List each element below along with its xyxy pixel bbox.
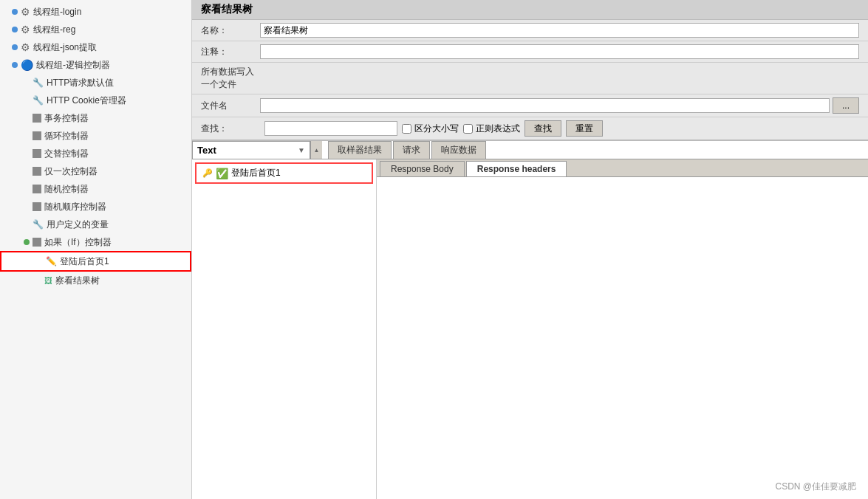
tab-sampler-result[interactable]: 取样器结果	[328, 141, 392, 159]
list-item[interactable]: 🔑 ✅ 登陆后首页1	[195, 162, 373, 184]
dot-blue-icon	[12, 44, 18, 50]
regex-label[interactable]: 正则表达式	[463, 123, 520, 135]
sidebar-item-login-home[interactable]: ✏️ 登陆后首页1	[0, 251, 191, 272]
square-icon	[33, 149, 41, 158]
sidebar-item-label: 随机控制器	[44, 182, 89, 196]
sidebar-item-thread-logic[interactable]: 🔵 线程组-逻辑控制器	[0, 56, 191, 74]
sidebar-item-label: 随机顺序控制器	[44, 199, 106, 214]
sidebar-item-label: HTTP请求默认值	[47, 75, 114, 90]
case-sensitive-label[interactable]: 区分大小写	[402, 123, 459, 135]
sidebar-item-once-ctrl[interactable]: 仅一次控制器	[0, 162, 191, 180]
sidebar-item-view-result[interactable]: 🖼 察看结果树	[0, 272, 191, 289]
left-tree-panel: ⚙ 线程组-login ⚙ 线程组-reg ⚙ 线程组-json提取 🔵 线程组…	[0, 0, 192, 499]
wrench-icon: 🔧	[33, 217, 44, 232]
name-row: 名称：	[192, 20, 868, 41]
name-input[interactable]	[260, 23, 859, 38]
gear-icon: ⚙	[21, 22, 30, 37]
sidebar-item-task-ctrl[interactable]: 事务控制器	[0, 109, 191, 127]
watermark: CSDN @佳佳要减肥	[775, 481, 856, 493]
comment-row: 注释：	[192, 41, 868, 63]
right-content: Response Body Response headers	[377, 159, 868, 499]
filename-input[interactable]	[260, 98, 830, 113]
tab-response-body[interactable]: Response Body	[380, 161, 465, 176]
sidebar-item-thread-login[interactable]: ⚙ 线程组-login	[0, 3, 191, 21]
dot-blue-icon	[12, 27, 18, 32]
reset-button[interactable]: 重置	[566, 120, 603, 137]
sub-tabs: Response Body Response headers	[377, 159, 868, 177]
regex-text: 正则表达式	[476, 123, 520, 135]
dot-green-icon	[24, 239, 30, 245]
case-sensitive-checkbox[interactable]	[402, 124, 411, 134]
square-icon	[33, 114, 41, 123]
scroll-up-control[interactable]: ▲	[310, 141, 322, 159]
sidebar-item-thread-reg[interactable]: ⚙ 线程组-reg	[0, 21, 191, 38]
square-icon	[33, 238, 41, 247]
sidebar-item-label: 事务控制器	[44, 111, 89, 125]
result-tabs: 取样器结果 请求 响应数据	[328, 141, 488, 159]
tab-response-headers[interactable]: Response headers	[466, 161, 567, 176]
sidebar-item-loop-ctrl[interactable]: 循环控制器	[0, 127, 191, 145]
sidebar-item-http-default[interactable]: 🔧 HTTP请求默认值	[0, 74, 191, 92]
sidebar-item-random-ctrl[interactable]: 随机控制器	[0, 180, 191, 198]
gear-circle-icon: 🔵	[21, 58, 33, 72]
filename-label: 文件名	[201, 100, 260, 112]
dot-blue-icon	[12, 9, 18, 15]
tab-request[interactable]: 请求	[393, 141, 430, 159]
sidebar-item-http-cookie[interactable]: 🔧 HTTP Cookie管理器	[0, 92, 191, 109]
sidebar-item-label: 交替控制器	[44, 146, 89, 161]
sidebar-item-label: 仅一次控制器	[44, 164, 98, 179]
sidebar-item-label: 登陆后首页1	[60, 254, 109, 269]
image-icon: 🖼	[44, 273, 52, 288]
wrench-icon: 🔧	[33, 75, 44, 90]
main-tabs-wrapper: Text ▼ Text RegExp Tester CSS/JQuery XPa…	[192, 141, 868, 159]
square-icon	[33, 185, 41, 193]
right-panel: 察看结果树 名称： 注释： 所有数据写入一个文件 文件名 ... 查找： 区分大…	[192, 0, 868, 499]
sidebar-item-label: HTTP Cookie管理器	[47, 93, 126, 108]
sidebar-item-label: 用户定义的变量	[47, 217, 109, 232]
tabs-body: 🔑 ✅ 登陆后首页1 Response Body Response header…	[192, 159, 868, 499]
comment-input[interactable]	[260, 44, 859, 59]
regex-checkbox[interactable]	[463, 124, 473, 134]
browse-button[interactable]: ...	[833, 97, 859, 114]
sidebar-item-label: 线程组-reg	[33, 22, 75, 37]
wrench-icon: 🔧	[33, 93, 44, 108]
sidebar-item-label: 如果（If）控制器	[44, 235, 112, 250]
sidebar-item-label: 察看结果树	[55, 273, 100, 288]
find-button[interactable]: 查找	[524, 120, 561, 137]
square-icon	[33, 167, 41, 176]
tab-response-data[interactable]: 响应数据	[431, 141, 486, 159]
sidebar-item-label: 线程组-json提取	[33, 40, 97, 55]
comment-label: 注释：	[201, 46, 260, 58]
dot-blue-icon	[12, 62, 18, 68]
green-check-icon: ✅	[216, 168, 228, 179]
content-area	[377, 177, 868, 499]
search-input[interactable]	[264, 121, 397, 136]
sidebar-item-label: 线程组-login	[33, 4, 81, 19]
file-section-label: 所有数据写入一个文件	[201, 66, 260, 91]
case-sensitive-text: 区分大小写	[414, 123, 459, 135]
gear-icon: ⚙	[21, 4, 30, 19]
filename-row: 文件名 ...	[192, 94, 868, 117]
sidebar-item-label: 循环控制器	[44, 128, 89, 143]
gear-icon: ⚙	[21, 40, 30, 55]
sidebar-item-label: 线程组-逻辑控制器	[36, 58, 110, 72]
form-section: 察看结果树 名称： 注释： 所有数据写入一个文件 文件名 ... 查找： 区分大…	[192, 0, 868, 141]
left-list: 🔑 ✅ 登陆后首页1	[192, 159, 377, 499]
square-icon	[33, 202, 41, 211]
key-icon: 🔑	[202, 168, 213, 178]
pencil-icon: ✏️	[46, 254, 57, 269]
sidebar-item-user-vars[interactable]: 🔧 用户定义的变量	[0, 216, 191, 233]
sidebar-item-switch-ctrl[interactable]: 交替控制器	[0, 145, 191, 162]
list-item-label: 登陆后首页1	[231, 167, 281, 179]
search-row: 查找： 区分大小写 正则表达式 查找 重置	[192, 117, 868, 140]
panel-title: 察看结果树	[192, 0, 868, 20]
name-label: 名称：	[201, 24, 260, 37]
sidebar-item-thread-json[interactable]: ⚙ 线程组-json提取	[0, 38, 191, 56]
sidebar-item-random-order[interactable]: 随机顺序控制器	[0, 198, 191, 216]
text-selector[interactable]: Text ▼ Text RegExp Tester CSS/JQuery XPa…	[192, 141, 310, 159]
square-icon	[33, 131, 41, 140]
sidebar-item-if-ctrl[interactable]: 如果（If）控制器	[0, 233, 191, 251]
tabs-container: Text ▼ Text RegExp Tester CSS/JQuery XPa…	[192, 141, 868, 499]
search-label: 查找：	[201, 123, 260, 135]
file-section-row: 所有数据写入一个文件	[192, 63, 868, 94]
